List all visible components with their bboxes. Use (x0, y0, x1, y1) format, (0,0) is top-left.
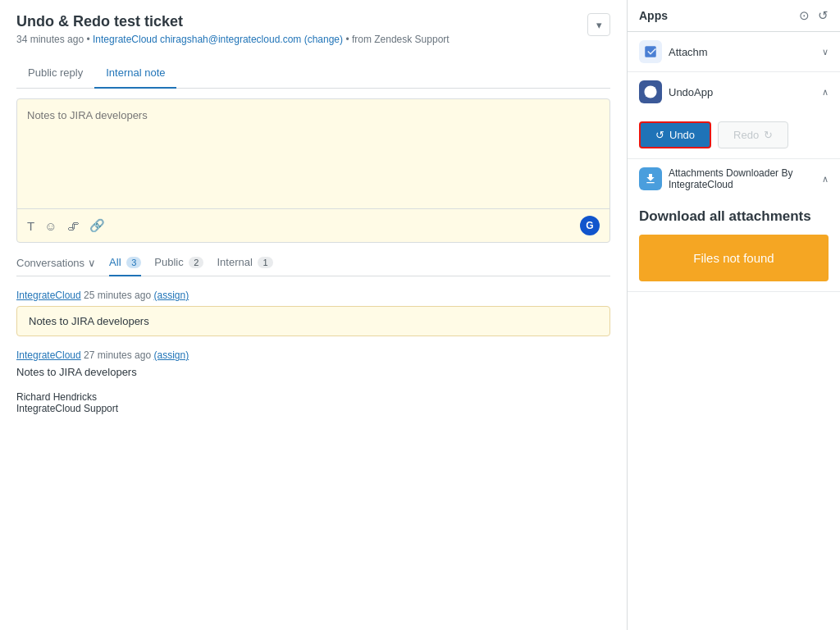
redo-label: Redo (733, 129, 759, 141)
attach-app-name: Attachm (669, 46, 708, 58)
undo-app-chevron: ∧ (822, 87, 829, 98)
conv-item-1-author[interactable]: IntegrateCloud (16, 290, 81, 301)
apps-title: Apps (639, 9, 668, 22)
conv-item-1-body: Notes to JIRA developers (16, 306, 610, 336)
conv-item-2-header: IntegrateCloud 27 minutes ago (assign) (16, 349, 610, 361)
apps-header-icons: ⊙ ↺ (799, 8, 829, 23)
conv-item-3-author: Richard Hendricks IntegrateCloud Support (16, 391, 610, 414)
text-format-icon[interactable]: T (27, 219, 34, 233)
apps-header: Apps ⊙ ↺ (628, 0, 840, 32)
filter-tab-public[interactable]: Public 2 (154, 256, 203, 276)
attachments-downloader-info: Attachments Downloader By IntegrateCloud (639, 167, 792, 190)
undo-label: Undo (669, 129, 695, 141)
ticket-dropdown-button[interactable]: ▾ (587, 13, 610, 36)
attach-app-header[interactable]: Attachm ∨ (628, 32, 840, 71)
attachments-downloader-name-area: Attachments Downloader By IntegrateCloud (669, 167, 792, 190)
attachments-downloader-chevron: ∧ (822, 174, 829, 185)
attach-icon[interactable]: 🖇 (67, 219, 80, 233)
conv-item-1-assign[interactable]: (assign) (153, 290, 189, 301)
undo-icon: ↺ (655, 129, 664, 141)
conversation-item-3: Richard Hendricks IntegrateCloud Support (16, 391, 610, 414)
undo-button[interactable]: ↺ Undo (639, 121, 711, 148)
ticket-header-row: Undo & Redo test ticket 34 minutes ago •… (16, 13, 610, 58)
ticket-email-link[interactable]: chiragshah@integratecloud.com (160, 34, 301, 45)
undo-app-name: UndoApp (669, 86, 713, 98)
attachments-downloader-name-line1: Attachments Downloader By (669, 167, 792, 179)
attachments-downloader-header[interactable]: Attachments Downloader By IntegrateCloud… (628, 159, 840, 199)
attachments-downloader-name-line2: IntegrateCloud (669, 179, 792, 190)
redo-button[interactable]: Redo ↻ (718, 121, 788, 148)
tab-public-reply[interactable]: Public reply (16, 58, 94, 89)
conversations-header: Conversations ∨ All 3 Public 2 Internal … (16, 256, 610, 276)
link-icon[interactable]: 🔗 (89, 218, 105, 233)
reply-toolbar: T ☺ 🖇 🔗 G (17, 208, 609, 242)
attachments-downloader-icon (639, 167, 662, 190)
filter-tabs: All 3 Public 2 Internal 1 (109, 256, 272, 269)
filter-tab-all[interactable]: All 3 (109, 256, 141, 276)
attach-app-item: Attachm ∨ (628, 32, 840, 72)
attachments-downloader-title: Download all attachments (639, 208, 829, 225)
ticket-time: 34 minutes ago (16, 34, 84, 45)
undo-buttons: ↺ Undo Redo ↻ (628, 112, 840, 158)
undo-app-panel: ↺ Undo Redo ↻ (628, 112, 840, 158)
ticket-meta: 34 minutes ago • IntegrateCloud chiragsh… (16, 34, 450, 45)
reply-tabs: Public reply Internal note (16, 58, 610, 89)
conv-item-2-assign[interactable]: (assign) (153, 349, 189, 361)
attach-app-icon (639, 40, 662, 63)
undo-app-scrollable: ↺ Undo Redo ↻ (628, 112, 840, 158)
settings-icon[interactable]: ⊙ (799, 8, 810, 23)
ticket-source: • from Zendesk Support (345, 34, 449, 45)
conversations-label[interactable]: Conversations ∨ (16, 257, 96, 269)
conv-item-2-author[interactable]: IntegrateCloud (16, 349, 81, 361)
ticket-change-link[interactable]: (change) (304, 34, 343, 45)
attach-app-info: Attachm (639, 40, 708, 63)
conv-item-2-body: Notes to JIRA developers (16, 366, 610, 378)
tab-internal-note[interactable]: Internal note (94, 58, 176, 89)
attach-app-chevron: ∨ (822, 47, 829, 57)
reply-area: T ☺ 🖇 🔗 G (16, 98, 610, 243)
undo-app-header[interactable]: UndoApp ∧ (628, 72, 840, 112)
refresh-icon[interactable]: ↺ (818, 8, 829, 23)
undo-app-info: UndoApp (639, 80, 713, 103)
filter-tab-internal[interactable]: Internal 1 (217, 256, 272, 276)
undo-app-icon (639, 80, 662, 103)
reply-textarea[interactable] (17, 99, 609, 206)
files-not-found-button[interactable]: Files not found (639, 235, 829, 281)
conversation-item-2: IntegrateCloud 27 minutes ago (assign) N… (16, 349, 610, 378)
attachments-downloader-item: Attachments Downloader By IntegrateCloud… (628, 159, 840, 292)
conversations-section: Conversations ∨ All 3 Public 2 Internal … (16, 256, 610, 414)
conversation-item-1: IntegrateCloud 25 minutes ago (assign) N… (16, 290, 610, 336)
ticket-header: Undo & Redo test ticket 34 minutes ago •… (16, 13, 450, 45)
ticket-title: Undo & Redo test ticket (16, 13, 450, 30)
grammarly-icon[interactable]: G (580, 216, 600, 235)
redo-icon: ↻ (764, 129, 773, 141)
attachments-downloader-panel: Download all attachments Files not found (628, 199, 840, 291)
undo-app-item: UndoApp ∧ ↺ Undo Redo ↻ (628, 72, 840, 159)
ticket-org-link[interactable]: IntegrateCloud (93, 34, 158, 45)
conv-item-1-header: IntegrateCloud 25 minutes ago (assign) (16, 290, 610, 301)
right-sidebar: Apps ⊙ ↺ Attachm ∨ UndoApp ∧ (627, 0, 840, 630)
emoji-icon[interactable]: ☺ (44, 219, 57, 233)
